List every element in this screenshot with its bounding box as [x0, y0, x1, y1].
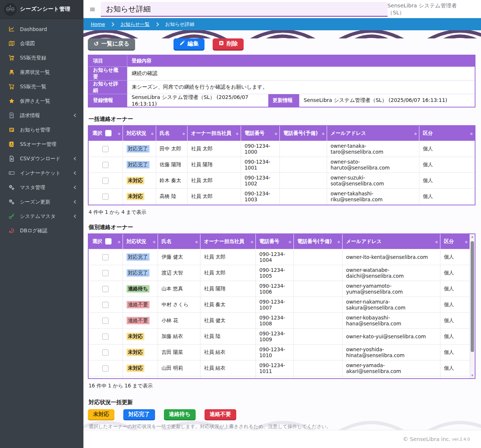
detail-header-content: 登録内容: [127, 55, 475, 66]
row-checkbox[interactable]: [102, 194, 109, 200]
col-name[interactable]: 氏名◆: [156, 126, 187, 141]
main-area: ≡ お知らせ詳細 SenseLibra システム管理者（SL） Home お知ら…: [83, 0, 481, 448]
sidebar-item-notice-management[interactable]: お知らせ管理: [0, 123, 83, 137]
address-book-icon: [8, 141, 15, 148]
row-checkbox[interactable]: [102, 270, 109, 276]
row-checkbox[interactable]: [102, 365, 109, 372]
back-to-list-button[interactable]: ↺ 一覧に戻る: [88, 38, 135, 49]
select-all-checkbox[interactable]: [105, 238, 111, 244]
key-icon: [8, 213, 15, 220]
col-select[interactable]: 選択◆: [89, 234, 123, 249]
edit-button[interactable]: 編集: [173, 38, 205, 49]
col-phone[interactable]: 電話番号◆: [255, 234, 293, 249]
scroll-up-icon[interactable]: ▲: [470, 234, 475, 239]
table-row: 未対応 吉田 陽菜 社員 結衣 090-1234-1010 owner-yosh…: [89, 345, 470, 360]
sort-icon: ◆: [470, 131, 473, 135]
bulk-owners-table-wrap: 選択◆ 対応状況◆ 氏名◆ オーナー担当社員◆ 電話番号◆ 電話番号(予備)◆ …: [88, 125, 475, 205]
set-status-done-button[interactable]: 対応完了: [123, 409, 155, 420]
row-checkbox[interactable]: [102, 162, 109, 168]
sidebar-item-csv-download[interactable]: CSVダウンロード: [0, 151, 83, 166]
content: ↺ 一覧に戻る 編集 削除 項目 登録内容 お知: [83, 30, 481, 430]
set-status-pending-button[interactable]: 未対応: [88, 409, 114, 420]
history-icon: [8, 227, 15, 234]
col-staff[interactable]: オーナー担当社員◆: [187, 126, 241, 141]
set-status-no-need-button[interactable]: 連絡不要: [205, 409, 236, 420]
row-checkbox[interactable]: [102, 302, 109, 308]
row-checkbox[interactable]: [102, 334, 109, 340]
app-logo-icon: [4, 3, 16, 15]
table-row: 未対応 鈴木 奏太 社員 太郎 090-1234-1002 owner-suzu…: [89, 173, 475, 189]
sidebar-item-season-update[interactable]: シーズン更新: [0, 195, 83, 209]
detail-label-detail: お知らせ詳細: [88, 80, 127, 94]
select-all-checkbox[interactable]: [105, 130, 111, 136]
sort-icon: ◆: [182, 131, 185, 135]
individual-owners-table: 選択◆ 対応状況◆ 氏名◆ オーナー担当社員◆ 電話番号◆ 電話番号(予備)◆ …: [89, 234, 470, 379]
detail-value-updated: SenseLibra システム管理者（SL） (2025/06/07 16:13…: [299, 94, 475, 107]
row-checkbox[interactable]: [102, 318, 109, 324]
table-scrollbar[interactable]: ▲ ▼: [470, 234, 475, 379]
col-staff[interactable]: オーナー担当社員◆: [200, 234, 255, 249]
col-name[interactable]: 氏名◆: [158, 234, 200, 249]
sidebar-item-system-master[interactable]: システムマスタ: [0, 209, 83, 223]
scroll-down-icon[interactable]: ▼: [470, 373, 475, 378]
sort-icon: ◆: [236, 131, 239, 135]
table-row: 連絡待ち 山本 悠真 社員 陽翔 090-1234-1006 owner-yam…: [89, 281, 470, 297]
file-download-icon: [8, 155, 15, 162]
sidebar-item-seat-status-list[interactable]: 座席状況一覧: [0, 65, 83, 79]
col-status[interactable]: 対応状況◆: [123, 234, 158, 249]
sidebar-item-billing-info[interactable]: 請求情報: [0, 108, 83, 123]
breadcrumb-notice-list-link[interactable]: お知らせ一覧: [120, 21, 150, 28]
table-row: 対応完了 田中 太郎 社員 太郎 090-1234-1000 owner-tan…: [89, 141, 475, 157]
table-row: 連絡不要 中村 さくら 社員 奏太 090-1234-1007 owner-na…: [89, 297, 470, 313]
footer-version: ver.2.4.0: [452, 437, 470, 442]
delete-button[interactable]: 削除: [213, 38, 244, 49]
col-email[interactable]: メールアドレス◆: [327, 126, 419, 141]
chevron-left-icon: [74, 171, 78, 175]
gears-icon: [8, 184, 15, 191]
col-category[interactable]: 区分◆: [419, 126, 475, 141]
col-email[interactable]: メールアドレス◆: [342, 234, 440, 249]
sidebar-item-dashboard[interactable]: Dashboard: [0, 22, 83, 36]
chart-line-icon: [8, 25, 15, 33]
sidebar-item-ss-sales-list[interactable]: SS販売一覧: [0, 79, 83, 94]
sidebar-item-master-management[interactable]: マスタ管理: [0, 180, 83, 195]
row-checkbox[interactable]: [102, 146, 109, 152]
sidebar-item-inner-ticket[interactable]: インナーチケット: [0, 166, 83, 180]
map-icon: [8, 40, 15, 47]
col-phone2[interactable]: 電話番号(予備)◆: [279, 126, 327, 141]
row-checkbox[interactable]: [102, 254, 109, 260]
status-badge: 対応完了: [127, 269, 150, 277]
chair-icon: [8, 69, 15, 76]
sidebar-item-ss-owner-management[interactable]: SSオーナー管理: [0, 137, 83, 151]
status-badge: 未対応: [127, 193, 145, 200]
bulk-owners-table: 選択◆ 対応状況◆ 氏名◆ オーナー担当社員◆ 電話番号◆ 電話番号(予備)◆ …: [89, 126, 475, 205]
hamburger-menu-icon[interactable]: ≡: [89, 5, 96, 14]
scrollbar-thumb[interactable]: [471, 241, 474, 352]
col-status[interactable]: 対応状況◆: [123, 126, 156, 141]
col-category[interactable]: 区分◆: [440, 234, 470, 249]
row-checkbox[interactable]: [102, 349, 109, 356]
sort-icon: ◆: [435, 239, 438, 243]
col-select[interactable]: 選択◆: [89, 126, 123, 141]
star-icon: [8, 98, 15, 105]
col-phone[interactable]: 電話番号◆: [241, 126, 279, 141]
table-row: 未対応 高橋 陸 社員 太郎 090-1234-1003 owner-takah…: [89, 189, 475, 205]
detail-value-summary: 継続の確認: [127, 66, 475, 80]
sidebar-item-venue-map[interactable]: 会場図: [0, 36, 83, 51]
sort-icon: ◆: [275, 131, 278, 135]
sort-icon: ◆: [118, 131, 121, 135]
breadcrumb-home-link[interactable]: Home: [91, 21, 105, 27]
sidebar: シーズンシート管理 Dashboard 会場図 SS販売登録 座席状況一覧 SS…: [0, 0, 83, 448]
col-phone2[interactable]: 電話番号(予備)◆: [293, 234, 342, 249]
sidebar-item-ss-sales-register[interactable]: SS販売登録: [0, 51, 83, 65]
sidebar-item-hold-list[interactable]: 仮押さえ一覧: [0, 94, 83, 108]
set-status-waiting-button[interactable]: 連絡待ち: [164, 409, 196, 420]
detail-label-summary: お知らせ概要: [88, 66, 127, 80]
page-title-box: お知らせ詳細: [101, 2, 388, 17]
row-checkbox[interactable]: [102, 178, 109, 184]
row-checkbox[interactable]: [102, 286, 109, 292]
sidebar-item-db-log-check[interactable]: DBログ確認: [0, 223, 83, 238]
table-row: 未対応 佐々木 美桜 社員 太郎 090-1234-1012 owner-sas…: [89, 376, 470, 379]
table-row: 対応完了 渡辺 大智 社員 太郎 090-1234-1005 owner-wat…: [89, 265, 470, 281]
bulk-update-buttons: 未対応 対応完了 連絡待ち 連絡不要: [88, 409, 475, 420]
